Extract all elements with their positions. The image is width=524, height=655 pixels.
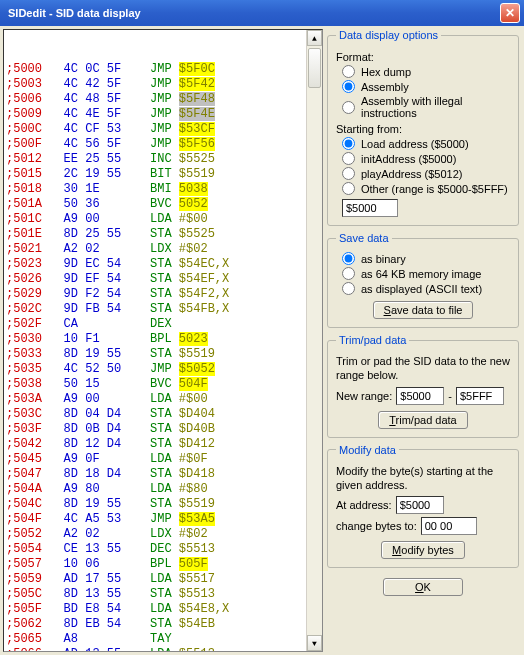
trim-pad-group: Trim/pad data Trim or pad the SID data t…	[327, 334, 519, 438]
code-line: ;505C 8D 13 55 STA $5513	[6, 587, 322, 602]
label-load-address: Load address ($5000)	[361, 138, 469, 150]
code-line: ;5057 10 06 BPL 505F	[6, 557, 322, 572]
radio-save-64kb[interactable]	[342, 267, 355, 280]
code-line: ;500C 4C CF 53 JMP $53CF	[6, 122, 322, 137]
window-title: SIDedit - SID data display	[4, 7, 500, 19]
code-line: ;5045 A9 0F LDA #$0F	[6, 452, 322, 467]
at-address-label: At address:	[336, 499, 392, 511]
code-line: ;5065 A8 TAY	[6, 632, 322, 647]
radio-load-address[interactable]	[342, 137, 355, 150]
side-panel: Data display options Format: Hex dump As…	[327, 29, 521, 652]
code-line: ;504A A9 80 LDA #$80	[6, 482, 322, 497]
scrollbar[interactable]: ▲ ▼	[306, 30, 322, 651]
radio-play-address[interactable]	[342, 167, 355, 180]
code-line: ;502C 9D FB 54 STA $54FB,X	[6, 302, 322, 317]
label-init-address: initAddress ($5000)	[361, 153, 456, 165]
code-line: ;501E 8D 25 55 STA $5525	[6, 227, 322, 242]
label-hex-dump: Hex dump	[361, 66, 411, 78]
code-line: ;501C A9 00 LDA #$00	[6, 212, 322, 227]
modify-data-group: Modify data Modify the byte(s) starting …	[327, 444, 519, 569]
code-line: ;5030 10 F1 BPL 5023	[6, 332, 322, 347]
code-line: ;5042 8D 12 D4 STA $D412	[6, 437, 322, 452]
scroll-thumb[interactable]	[308, 48, 321, 88]
radio-hex-dump[interactable]	[342, 65, 355, 78]
code-line: ;5026 9D EF 54 STA $54EF,X	[6, 272, 322, 287]
label-other-address: Other (range is $5000-$5FFF)	[361, 183, 508, 195]
code-line: ;5052 A2 02 LDX #$02	[6, 527, 322, 542]
at-address-input[interactable]	[396, 496, 444, 514]
radio-assembly[interactable]	[342, 80, 355, 93]
code-line: ;5033 8D 19 55 STA $5519	[6, 347, 322, 362]
titlebar: SIDedit - SID data display ✕	[0, 0, 524, 26]
ok-button[interactable]: OK	[383, 578, 463, 596]
code-line: ;5062 8D EB 54 STA $54EB	[6, 617, 322, 632]
code-line: ;5054 CE 13 55 DEC $5513	[6, 542, 322, 557]
scroll-up-button[interactable]: ▲	[307, 30, 322, 46]
code-line: ;5021 A2 02 LDX #$02	[6, 242, 322, 257]
range-from-input[interactable]	[396, 387, 444, 405]
label-save-binary: as binary	[361, 253, 406, 265]
label-save-64kb: as 64 KB memory image	[361, 268, 481, 280]
code-line: ;500F 4C 56 5F JMP $5F56	[6, 137, 322, 152]
code-line: ;5066 AD 13 55 LDA $5513	[6, 647, 322, 652]
code-line: ;5038 50 15 BVC 504F	[6, 377, 322, 392]
radio-save-binary[interactable]	[342, 252, 355, 265]
change-bytes-label: change bytes to:	[336, 520, 417, 532]
modify-description: Modify the byte(s) starting at the given…	[336, 464, 510, 493]
code-line: ;5003 4C 42 5F JMP $5F42	[6, 77, 322, 92]
code-line: ;504C 8D 19 55 STA $5519	[6, 497, 322, 512]
label-assembly: Assembly	[361, 81, 409, 93]
code-line: ;5012 EE 25 55 INC $5525	[6, 152, 322, 167]
code-line: ;503C 8D 04 D4 STA $D404	[6, 407, 322, 422]
label-save-ascii: as displayed (ASCII text)	[361, 283, 482, 295]
code-line: ;503A A9 00 LDA #$00	[6, 392, 322, 407]
modify-bytes-button[interactable]: Modify bytes	[381, 541, 465, 559]
scroll-track[interactable]	[307, 46, 322, 635]
label-play-address: playAddress ($5012)	[361, 168, 463, 180]
trim-description: Trim or pad the SID data to the new rang…	[336, 354, 510, 383]
code-line: ;5023 9D EC 54 STA $54EC,X	[6, 257, 322, 272]
code-line: ;5015 2C 19 55 BIT $5519	[6, 167, 322, 182]
starting-from-label: Starting from:	[336, 123, 510, 135]
range-to-input[interactable]	[456, 387, 504, 405]
scroll-down-button[interactable]: ▼	[307, 635, 322, 651]
display-options-group: Data display options Format: Hex dump As…	[327, 29, 519, 226]
code-line: ;5009 4C 4E 5F JMP $5F4E	[6, 107, 322, 122]
code-line: ;504F 4C A5 53 JMP $53A5	[6, 512, 322, 527]
trim-pad-button[interactable]: Trim/pad data	[378, 411, 467, 429]
code-line: ;5047 8D 18 D4 STA $D418	[6, 467, 322, 482]
format-label: Format:	[336, 51, 510, 63]
display-options-legend: Data display options	[336, 29, 441, 41]
radio-other-address[interactable]	[342, 182, 355, 195]
change-bytes-input[interactable]	[421, 517, 477, 535]
code-line: ;5035 4C 52 50 JMP $5052	[6, 362, 322, 377]
code-line: ;5029 9D F2 54 STA $54F2,X	[6, 287, 322, 302]
code-line: ;5006 4C 48 5F JMP $5F48	[6, 92, 322, 107]
code-line: ;501A 50 36 BVC 5052	[6, 197, 322, 212]
code-line: ;503F 8D 0B D4 STA $D40B	[6, 422, 322, 437]
code-line: ;502F CA DEX	[6, 317, 322, 332]
code-line: ;505F BD E8 54 LDA $54E8,X	[6, 602, 322, 617]
range-dash: -	[448, 390, 452, 402]
modify-data-legend: Modify data	[336, 444, 399, 456]
save-data-legend: Save data	[336, 232, 392, 244]
code-line: ;5059 AD 17 55 LDA $5517	[6, 572, 322, 587]
new-range-label: New range:	[336, 390, 392, 402]
save-data-group: Save data as binary as 64 KB memory imag…	[327, 232, 519, 328]
radio-assembly-illegal[interactable]	[342, 101, 355, 114]
disassembly-panel: ;5000 4C 0C 5F JMP $5F0C;5003 4C 42 5F J…	[3, 29, 323, 652]
other-address-input[interactable]	[342, 199, 398, 217]
radio-save-ascii[interactable]	[342, 282, 355, 295]
content-area: ;5000 4C 0C 5F JMP $5F0C;5003 4C 42 5F J…	[0, 26, 524, 655]
code-line: ;5018 30 1E BMI 5038	[6, 182, 322, 197]
code-line: ;5000 4C 0C 5F JMP $5F0C	[6, 62, 322, 77]
close-button[interactable]: ✕	[500, 3, 520, 23]
trim-pad-legend: Trim/pad data	[336, 334, 409, 346]
label-assembly-illegal: Assembly with illegal instructions	[361, 95, 510, 119]
save-data-button[interactable]: Save data to file	[373, 301, 474, 319]
radio-init-address[interactable]	[342, 152, 355, 165]
